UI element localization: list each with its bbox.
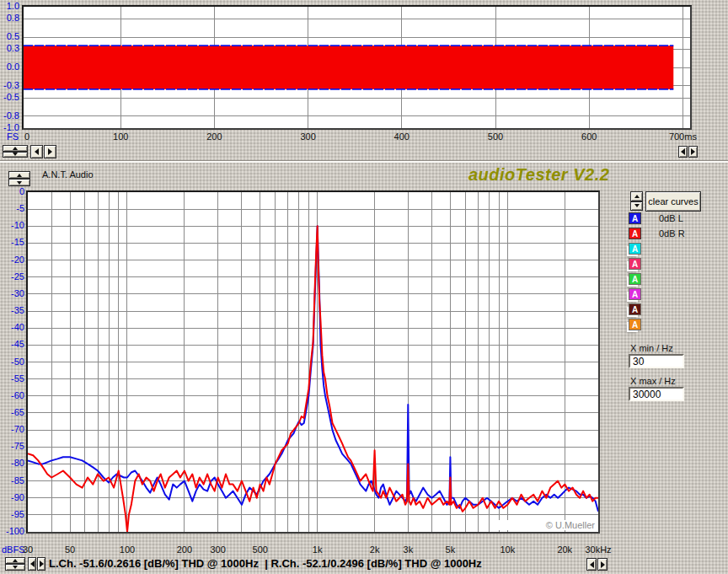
xmin-label: X min / Hz — [630, 343, 673, 353]
spectrum-x-tick-label: 20k — [557, 544, 572, 555]
spin-up-icon[interactable] — [630, 191, 643, 201]
scope-x-tick-label: 700ms — [669, 131, 697, 142]
clear-curves-button[interactable]: clear curves — [645, 191, 701, 212]
status-spinner[interactable] — [5, 557, 25, 571]
spectrum-y-tick-label: -20 — [0, 255, 24, 266]
scope-plot-area — [22, 5, 692, 130]
spectrum-y-tick-label: -70 — [0, 424, 24, 435]
spectrum-x-tick-label: 2k — [370, 544, 380, 555]
spin-up-icon[interactable] — [3, 145, 28, 152]
arrow-left-icon — [681, 148, 685, 155]
thd-readout: L.Ch. -51.6/0.2616 [dB/%] THD @ 1000Hz |… — [49, 557, 482, 570]
scope-zoom-spinner[interactable] — [3, 145, 28, 158]
scope-x-tick-label: 300 — [300, 131, 315, 142]
spin-down-icon[interactable] — [630, 201, 643, 212]
spin-down-icon[interactable] — [8, 179, 30, 186]
spectrum-y-tick-label: -5 — [0, 203, 24, 214]
spin-up-icon[interactable] — [5, 557, 25, 564]
spectrum-x-tick-label: 500 — [253, 544, 268, 555]
curve-select-button-3[interactable]: A — [629, 243, 641, 255]
spectrum-y-tick-label: -10 — [0, 220, 24, 231]
spin-up-icon[interactable] — [8, 171, 30, 179]
scope-waveform — [24, 7, 690, 128]
spectrum-y-tick-label: -75 — [0, 441, 24, 452]
scope-y-tick-label: 0.8 — [0, 13, 19, 24]
spectrum-y-tick-label: -45 — [0, 339, 24, 350]
spectrum-y-tick-label: -40 — [0, 322, 24, 333]
scope-scroll-left-button[interactable] — [30, 145, 43, 158]
legend-label: 0dB L — [659, 213, 683, 223]
spectrum-y-tick-label: -80 — [0, 458, 24, 469]
spectrum-x-tick-label: 300 — [210, 544, 225, 555]
spectrum-y-tick-label: -30 — [0, 288, 24, 299]
spectrum-zoom-spinner[interactable] — [8, 171, 30, 186]
arrow-right-icon — [40, 561, 44, 567]
legend-spinner[interactable] — [630, 191, 643, 211]
status-scroll-left-button[interactable] — [28, 557, 36, 571]
scope-y-tick-label: 1.0 — [0, 1, 19, 12]
curve-select-button-8[interactable]: A — [629, 319, 641, 330]
curve-select-button-5[interactable]: A — [629, 273, 641, 285]
scope-y-tick-label: -0.8 — [0, 110, 19, 121]
spin-down-icon[interactable] — [5, 564, 25, 571]
spectrum-y-unit-label: dBFS — [2, 544, 25, 555]
vendor-label: A.N.T. Audio — [42, 169, 94, 180]
spectrum-x-tick-label: 3k — [404, 544, 414, 555]
arrow-left-icon — [30, 561, 35, 567]
scope-x-tick-label: 0 — [24, 131, 29, 142]
scope-x-tick-label: 100 — [113, 131, 128, 142]
scope-pan-right-button[interactable] — [688, 146, 698, 158]
copyright-label: © U.Mueller — [495, 520, 595, 530]
spectrum-x-tick-label: 100 — [120, 544, 135, 555]
spectrum-pan-right-button[interactable] — [597, 558, 608, 571]
spectrum-curves — [28, 192, 598, 532]
spectrum-x-tick-label: 30 — [23, 544, 33, 555]
scope-x-tick-label: 200 — [206, 131, 222, 142]
spectrum-x-tick-label: 30kHz — [585, 544, 611, 555]
xmin-input[interactable] — [629, 354, 684, 368]
curve-select-button-6[interactable]: A — [629, 288, 641, 300]
spectrum-y-tick-label: -50 — [0, 357, 24, 367]
scope-y-tick-label: 0.0 — [0, 62, 19, 72]
arrow-left-icon — [590, 561, 594, 568]
legend-label: 0dB R — [659, 228, 685, 239]
curve-select-button-7[interactable]: A — [629, 303, 641, 315]
spin-down-icon[interactable] — [3, 152, 28, 158]
xmax-label: X max / Hz — [630, 376, 676, 386]
scope-pan-left-button[interactable] — [678, 146, 688, 158]
spectrum-y-tick-label: -85 — [0, 475, 24, 486]
spectrum-x-tick-label: 50 — [65, 544, 75, 555]
spectrum-x-tick-label: 1k — [313, 544, 323, 555]
status-scroll-right-button[interactable] — [37, 557, 46, 571]
spectrum-plot-area — [26, 190, 600, 534]
curve-select-button-1[interactable]: A — [629, 212, 641, 224]
spectrum-x-tick-label: 5k — [446, 544, 456, 555]
scope-x-tick-label: 400 — [394, 131, 410, 142]
spectrum-y-tick-label: -55 — [0, 373, 24, 384]
spectrum-y-tick-label: -90 — [0, 492, 24, 503]
spectrum-y-tick-label: 0 — [0, 186, 24, 197]
arrow-right-icon — [691, 148, 695, 155]
spectrum-y-tick-label: -60 — [0, 390, 24, 401]
scope-y-tick-label: -0.5 — [0, 92, 19, 103]
spectrum-y-tick-label: -95 — [0, 509, 24, 520]
arrow-right-icon — [601, 561, 605, 568]
app-window: 1.00.80.50.30.0-0.3-0.5-0.8-1.0 FS 01002… — [0, 0, 728, 574]
spectrum-y-tick-label: -15 — [0, 237, 24, 248]
spectrum-x-tick-label: 10k — [500, 544, 515, 555]
scope-scroll-right-button[interactable] — [44, 145, 56, 158]
scope-x-tick-label: 500 — [488, 131, 503, 142]
xmax-input[interactable] — [629, 387, 684, 401]
scope-x-tick-label: 600 — [581, 131, 597, 142]
spectrum-y-tick-label: -65 — [0, 407, 24, 418]
spectrum-pan-left-button[interactable] — [586, 558, 597, 571]
curve-select-button-2[interactable]: A — [629, 228, 641, 239]
scope-y-tick-label: 0.5 — [0, 31, 19, 42]
curve-select-button-4[interactable]: A — [629, 258, 641, 270]
spectrum-y-tick-label: -25 — [0, 271, 24, 282]
scope-y-tick-label: -0.3 — [0, 80, 19, 91]
scope-y-tick-label: 0.3 — [0, 43, 19, 54]
panel-divider — [0, 160, 728, 163]
scope-y-unit-label: FS — [7, 131, 19, 142]
app-logo: audioTester V2.2 — [468, 165, 609, 185]
